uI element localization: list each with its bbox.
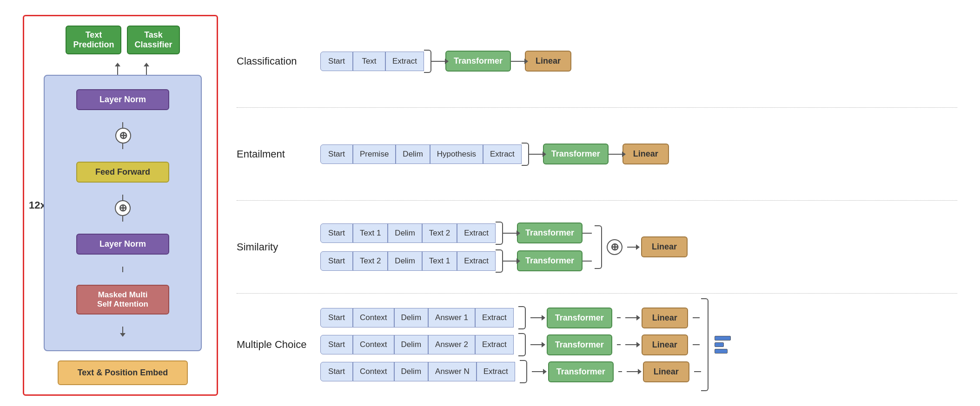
token-extract: Extract [457, 223, 496, 243]
mc-row-1: Start Context Delim Answer 1 Extract Tra… [320, 306, 701, 329]
entailment-seq: Start Premise Delim Hypothesis Extract [320, 144, 522, 164]
mc-row-3: Start Context Delim Answer N Extract Tra… [320, 360, 701, 383]
layer-norm-bottom: Layer Norm [76, 234, 169, 255]
token-start: Start [320, 52, 353, 71]
layer-norm-top: Layer Norm [76, 89, 169, 110]
token-context: Context [353, 335, 394, 354]
multiple-choice-label: Multiple Choice [237, 339, 320, 351]
token-answer1: Answer 1 [428, 308, 475, 327]
bar-2 [715, 342, 724, 347]
token-premise: Premise [353, 144, 396, 164]
token-text2: Text 2 [422, 223, 457, 243]
text-prediction-box: TextPrediction [66, 26, 121, 54]
token-start: Start [320, 335, 353, 354]
entailment-linear: Linear [622, 144, 669, 164]
token-delim: Delim [388, 223, 422, 243]
layers-box: Layer Norm ⊕ Feed Forward ⊕ [44, 75, 202, 351]
token-start: Start [320, 144, 353, 164]
token-start: Start [320, 251, 353, 271]
token-extract: Extract [457, 251, 496, 271]
mc-linear-3: Linear [643, 361, 689, 382]
mc-linear-1: Linear [642, 308, 688, 328]
similarity-row: Similarity Start Text 1 Delim Text 2 Ext… [237, 201, 957, 294]
mc-transformer-1: Transformer [547, 308, 612, 328]
classification-row: Classification Start Text Extract Transf… [237, 15, 957, 108]
token-start: Start [320, 308, 353, 327]
mc-linear-2: Linear [642, 334, 688, 355]
token-start: Start [320, 362, 353, 381]
embed-box: Text & Position Embed [58, 360, 188, 385]
task-classifier-box: TaskClassifier [127, 26, 179, 54]
token-delim: Delim [394, 308, 428, 327]
classification-linear: Linear [525, 51, 571, 72]
similarity-seq-2: Start Text 2 Delim Text 1 Extract [320, 251, 496, 271]
token-extract: Extract [477, 362, 515, 381]
softmax-bars [715, 336, 731, 354]
mc-transformer-2: Transformer [547, 334, 612, 355]
classification-label: Classification [237, 55, 320, 67]
token-extract: Extract [475, 335, 514, 354]
token-start: Start [320, 223, 353, 243]
token-answern: Answer N [428, 362, 477, 381]
feed-forward-box: Feed Forward [76, 162, 169, 183]
token-delim: Delim [396, 144, 430, 164]
similarity-transformer-1: Transformer [517, 223, 583, 243]
add-norm-1: ⊕ [115, 128, 131, 144]
main-container: 12x TextPrediction TaskClassifier Layer … [13, 6, 967, 400]
token-text: Text [353, 52, 385, 71]
token-extract: Extract [385, 52, 424, 71]
entailment-row: Entailment Start Premise Delim Hypothesi… [237, 108, 957, 201]
token-hypothesis: Hypothesis [430, 144, 483, 164]
token-text1: Text 1 [353, 223, 388, 243]
output-boxes: TextPrediction TaskClassifier [66, 26, 179, 54]
classification-transformer: Transformer [445, 51, 511, 72]
token-extract: Extract [483, 144, 522, 164]
mc-transformer-3: Transformer [548, 361, 614, 382]
mc-seq-1: Start Context Delim Answer 1 Extract [320, 308, 514, 327]
token-answer2: Answer 2 [428, 335, 475, 354]
token-delim: Delim [388, 251, 422, 271]
token-context: Context [353, 362, 394, 381]
token-text1: Text 1 [422, 251, 457, 271]
similarity-transformer-2: Transformer [517, 250, 583, 271]
mc-seq-2: Start Context Delim Answer 2 Extract [320, 335, 514, 354]
mc-seq-3: Start Context Delim Answer N Extract [320, 362, 515, 381]
multiple-choice-row: Multiple Choice Start Context Delim Answ… [237, 294, 957, 396]
similarity-add: ⊕ [607, 239, 622, 255]
add-norm-2: ⊕ [115, 200, 131, 216]
tasks-container: Classification Start Text Extract Transf… [237, 15, 957, 396]
similarity-seq-1: Start Text 1 Delim Text 2 Extract [320, 223, 496, 243]
entailment-label: Entailment [237, 148, 320, 160]
similarity-linear: Linear [641, 236, 688, 257]
token-context: Context [353, 308, 394, 327]
token-text2: Text 2 [353, 251, 388, 271]
token-extract: Extract [475, 308, 514, 327]
bar-3 [715, 349, 728, 354]
masked-attn-box: Masked MultiSelf Attention [76, 285, 169, 314]
token-delim: Delim [394, 335, 428, 354]
classification-seq: Start Text Extract [320, 52, 424, 71]
token-delim: Delim [394, 362, 428, 381]
entailment-transformer: Transformer [543, 144, 609, 164]
bar-1 [715, 336, 731, 341]
mc-row-2: Start Context Delim Answer 2 Extract Tra… [320, 333, 701, 356]
similarity-label: Similarity [237, 241, 320, 253]
transformer-architecture-block: 12x TextPrediction TaskClassifier Layer … [23, 15, 218, 396]
